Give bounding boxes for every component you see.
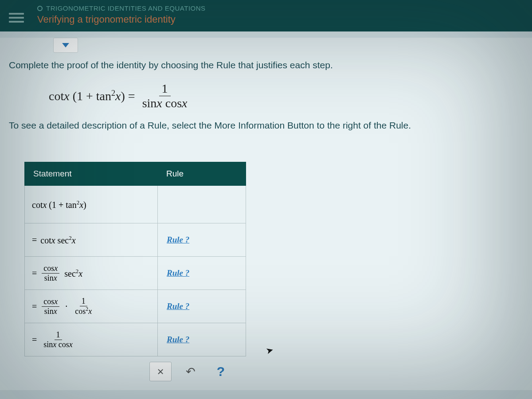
identity-rhs-fraction: 1 sinx cosx bbox=[140, 82, 190, 111]
instruction-line-2: To see a detailed description of a Rule,… bbox=[0, 120, 532, 144]
statement-3: = cosx sinx · 1 cos2x bbox=[25, 290, 158, 323]
fraction-1-over-cos2: 1 cos2x bbox=[73, 297, 94, 316]
rule-cell-2: Rule ? bbox=[158, 257, 246, 289]
proof-row-2: = cosx sinx sec2x Rule ? bbox=[25, 256, 246, 289]
rule-select-4[interactable]: Rule ? bbox=[167, 335, 189, 344]
fraction-1-over-sincos: 1 sinx cosx bbox=[42, 331, 74, 349]
chevron-down-icon bbox=[62, 43, 69, 47]
statement-2: = cosx sinx sec2x bbox=[25, 257, 158, 289]
rule-cell-0 bbox=[158, 186, 246, 223]
proof-table-header: Statement Rule bbox=[24, 162, 246, 186]
proof-row-1: = cotx sec2x Rule ? bbox=[25, 223, 246, 256]
proof-row-4: = 1 sinx cosx Rule ? bbox=[25, 323, 246, 356]
action-bar: × ↶ ? bbox=[24, 362, 246, 381]
header-text: TRIGONOMETRIC IDENTITIES AND EQUATIONS V… bbox=[37, 4, 206, 25]
proof-table-body: cotx (1 + tan2x) = cotx sec2x Rule ? = c… bbox=[24, 186, 246, 356]
undo-button[interactable]: ↶ bbox=[180, 362, 202, 381]
rule-cell-4: Rule ? bbox=[158, 323, 246, 356]
page-title: Verifying a trigonometric identity bbox=[37, 14, 206, 25]
undo-icon: ↶ bbox=[186, 365, 196, 379]
rule-cell-1: Rule ? bbox=[158, 223, 246, 256]
breadcrumb-label: TRIGONOMETRIC IDENTITIES AND EQUATIONS bbox=[46, 4, 206, 12]
content-area: Complete the proof of the identity by ch… bbox=[0, 38, 532, 390]
rule-select-3[interactable]: Rule ? bbox=[167, 301, 189, 311]
proof-row-0: cotx (1 + tan2x) bbox=[25, 186, 246, 223]
col-header-rule: Rule bbox=[157, 162, 246, 186]
identity-equation: cotx (1 + tan2x) = 1 sinx cosx bbox=[0, 72, 532, 121]
statement-0: cotx (1 + tan2x) bbox=[25, 186, 158, 223]
rule-cell-3: Rule ? bbox=[158, 290, 246, 323]
identity-lhs: cotx (1 + tan2x) = bbox=[49, 89, 135, 103]
fraction-cos-over-sin-b: cosx sinx bbox=[42, 297, 59, 316]
proof-row-3: = cosx sinx · 1 cos2x Rule ? bbox=[25, 289, 246, 323]
breadcrumb-dot-icon bbox=[37, 6, 43, 11]
clear-button[interactable]: × bbox=[149, 362, 172, 381]
col-header-statement: Statement bbox=[24, 162, 157, 186]
app-header: TRIGONOMETRIC IDENTITIES AND EQUATIONS V… bbox=[0, 0, 532, 31]
help-button[interactable]: ? bbox=[210, 362, 232, 381]
rule-select-1[interactable]: Rule ? bbox=[167, 235, 189, 245]
expand-button[interactable] bbox=[53, 38, 78, 53]
help-icon: ? bbox=[217, 364, 225, 379]
statement-4: = 1 sinx cosx bbox=[25, 323, 158, 356]
menu-icon[interactable] bbox=[9, 11, 24, 25]
close-icon: × bbox=[157, 365, 164, 379]
instruction-line-1: Complete the proof of the identity by ch… bbox=[0, 58, 532, 72]
statement-1: = cotx sec2x bbox=[25, 223, 158, 256]
fraction-cos-over-sin: cosx sinx bbox=[42, 264, 59, 282]
proof-table: Statement Rule cotx (1 + tan2x) = cotx s… bbox=[24, 162, 246, 381]
rule-select-2[interactable]: Rule ? bbox=[167, 268, 189, 278]
breadcrumb: TRIGONOMETRIC IDENTITIES AND EQUATIONS bbox=[37, 4, 206, 12]
